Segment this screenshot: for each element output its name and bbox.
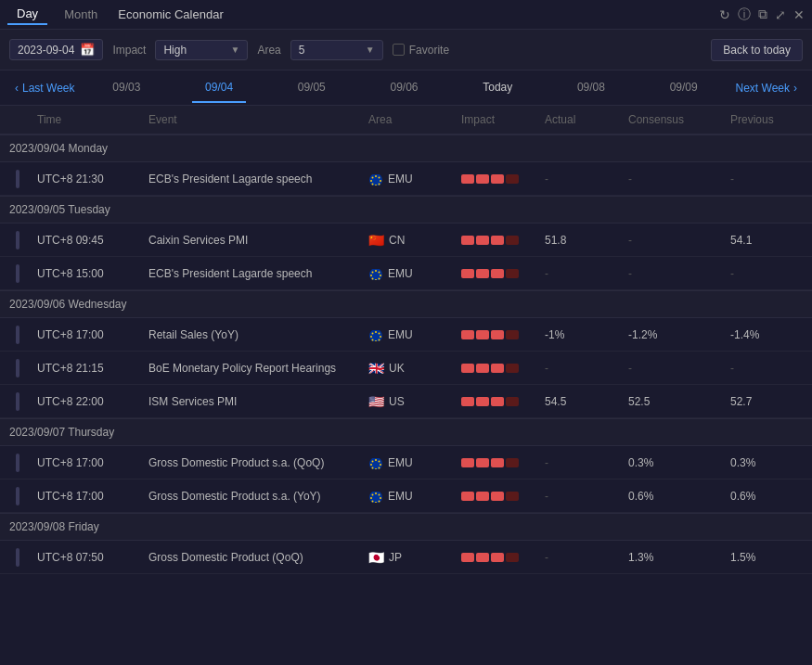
favorite-checkbox[interactable] xyxy=(393,44,405,56)
title-bar: Day Month Economic Calendar ↻ ⓘ ⧉ ⤢ ✕ xyxy=(0,0,812,30)
impact-bar xyxy=(476,458,489,467)
table-row[interactable]: UTC+8 07:50Gross Domestic Product (QoQ)🇯… xyxy=(0,541,812,574)
area-dropdown[interactable]: 5 ▼ xyxy=(290,40,383,60)
event-impact xyxy=(456,169,539,189)
prev-week-label: Last Week xyxy=(22,82,74,95)
impact-bar xyxy=(491,397,504,406)
th-actual: Actual xyxy=(539,106,623,134)
flag-icon xyxy=(368,172,383,186)
th-event: Event xyxy=(143,106,363,134)
impact-bar-dark xyxy=(506,236,519,245)
date-tabs: 09/03 09/04 09/05 09/06 Today 09/08 09/0… xyxy=(80,73,729,103)
impact-bar xyxy=(461,330,474,339)
event-consensus: - xyxy=(623,262,725,286)
event-time: UTC+8 21:15 xyxy=(32,356,143,380)
table-row[interactable]: UTC+8 09:45Caixin Services PMI🇨🇳CN51.8-5… xyxy=(0,224,812,257)
maximize-icon[interactable]: ⤢ xyxy=(775,7,786,22)
event-previous: - xyxy=(725,167,808,191)
tab-month[interactable]: Month xyxy=(55,5,107,24)
info-icon[interactable]: ⓘ xyxy=(738,6,751,23)
th-previous: Previous xyxy=(725,106,808,134)
impact-bar xyxy=(476,553,489,562)
event-actual: 54.5 xyxy=(539,390,623,414)
event-time: UTC+8 17:00 xyxy=(32,484,143,508)
event-impact xyxy=(456,230,539,250)
event-name: Retail Sales (YoY) xyxy=(143,323,363,347)
svg-point-11 xyxy=(379,271,380,273)
impact-bar-dark xyxy=(506,330,519,339)
refresh-icon[interactable]: ↻ xyxy=(719,7,730,22)
event-area: EMU xyxy=(363,166,456,192)
table-row[interactable]: UTC+8 21:15BoE Monetary Policy Report He… xyxy=(0,352,812,385)
event-actual: - xyxy=(539,484,623,508)
impact-bar-dark xyxy=(506,269,519,278)
event-actual: - xyxy=(539,356,623,380)
day-header-2: 2023/09/06 Wednesday xyxy=(0,290,812,318)
day-header-0: 2023/09/04 Monday xyxy=(0,134,812,162)
detach-icon[interactable]: ⧉ xyxy=(758,6,767,22)
date-tab-0904[interactable]: 09/04 xyxy=(192,73,246,103)
date-picker[interactable]: 2023-09-04 📅 xyxy=(9,39,103,60)
back-to-today-button[interactable]: Back to today xyxy=(711,39,803,61)
impact-bar xyxy=(461,236,474,245)
svg-point-37 xyxy=(375,492,377,494)
table-row[interactable]: UTC+8 17:00Gross Domestic Product s.a. (… xyxy=(0,446,812,480)
row-indicator-cell xyxy=(4,387,32,416)
impact-bar-dark xyxy=(506,174,519,184)
nav-bar: ‹ Last Week 09/03 09/04 09/05 09/06 Toda… xyxy=(0,70,812,106)
next-week-label: Next Week xyxy=(736,82,790,95)
date-tab-0909[interactable]: 09/09 xyxy=(657,73,711,103)
favorite-checkbox-container[interactable]: Favorite xyxy=(393,44,449,57)
impact-bar xyxy=(461,364,474,373)
event-time: UTC+8 17:00 xyxy=(32,323,143,347)
date-tab-0906[interactable]: 09/06 xyxy=(377,73,431,103)
date-tab-0908[interactable]: 09/08 xyxy=(564,73,618,103)
svg-point-15 xyxy=(372,277,374,279)
event-name: Gross Domestic Product s.a. (QoQ) xyxy=(143,451,363,475)
svg-point-40 xyxy=(379,500,380,502)
date-tab-0903[interactable]: 09/03 xyxy=(99,73,153,103)
impact-bar-dark xyxy=(506,492,519,501)
favorite-label: Favorite xyxy=(409,44,449,57)
table-row[interactable]: UTC+8 17:00Gross Domestic Product s.a. (… xyxy=(0,480,812,513)
event-consensus: - xyxy=(623,228,725,252)
event-name: ISM Services PMI xyxy=(143,390,363,414)
date-value: 2023-09-04 xyxy=(18,44,74,57)
event-impact xyxy=(456,325,539,345)
svg-point-19 xyxy=(375,331,377,333)
date-tab-0905[interactable]: 09/05 xyxy=(285,73,339,103)
event-impact xyxy=(456,391,539,412)
event-area: EMU xyxy=(363,450,456,476)
event-actual: 51.8 xyxy=(539,228,623,252)
prev-arrow-icon: ‹ xyxy=(15,82,19,95)
svg-point-35 xyxy=(372,460,374,462)
impact-bar xyxy=(476,492,489,501)
event-impact xyxy=(456,358,539,378)
svg-point-26 xyxy=(372,332,374,334)
flag-icon: 🇬🇧 xyxy=(368,361,384,376)
table-row[interactable]: UTC+8 21:30ECB's President Lagarde speec… xyxy=(0,162,812,196)
svg-point-30 xyxy=(380,464,381,466)
day-header-1: 2023/09/05 Tuesday xyxy=(0,196,812,224)
svg-point-28 xyxy=(375,459,377,461)
event-actual: -1% xyxy=(539,323,623,347)
event-actual: - xyxy=(539,167,623,191)
event-impact xyxy=(456,263,539,284)
event-area: EMU xyxy=(363,261,456,287)
prev-week-button[interactable]: ‹ Last Week xyxy=(9,82,80,95)
next-arrow-icon: › xyxy=(793,82,797,95)
event-area: 🇬🇧UK xyxy=(363,355,456,381)
impact-dropdown[interactable]: High ▼ xyxy=(155,40,248,60)
table-row[interactable]: UTC+8 17:00Retail Sales (YoY)EMU-1%-1.2%… xyxy=(0,318,812,352)
table-row[interactable]: UTC+8 15:00ECB's President Lagarde speec… xyxy=(0,257,812,290)
event-time: UTC+8 15:00 xyxy=(32,262,143,286)
svg-point-12 xyxy=(380,275,381,276)
table-row[interactable]: UTC+8 22:00ISM Services PMI🇺🇸US54.552.55… xyxy=(0,385,812,418)
impact-bar xyxy=(461,174,474,184)
next-week-button[interactable]: Next Week › xyxy=(730,82,803,95)
event-time: UTC+8 22:00 xyxy=(32,390,143,414)
date-tab-today[interactable]: Today xyxy=(470,73,525,103)
close-icon[interactable]: ✕ xyxy=(793,7,805,22)
tab-day[interactable]: Day xyxy=(7,4,47,25)
svg-point-33 xyxy=(372,467,374,468)
